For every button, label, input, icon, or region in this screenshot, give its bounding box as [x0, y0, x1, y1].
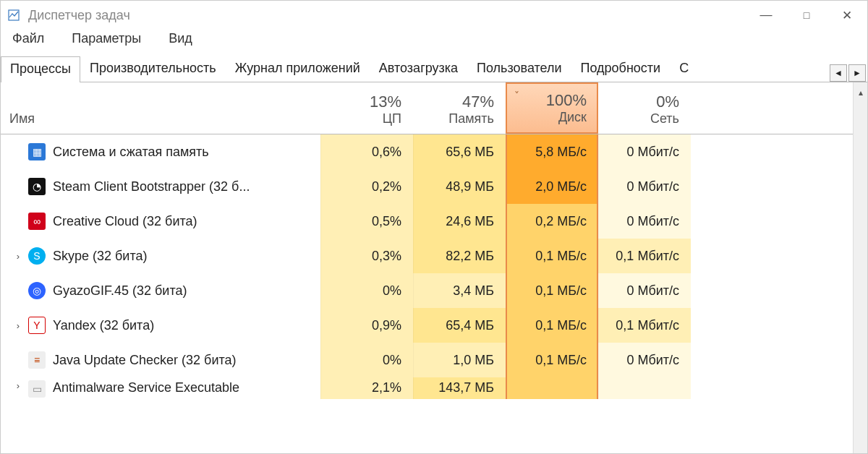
cell-memory: 3,4 МБ [413, 273, 506, 308]
cell-memory: 65,4 МБ [413, 308, 506, 343]
table-row[interactable]: ›≡Java Update Checker (32 бита)0%1,0 МБ0… [1, 343, 853, 377]
cell-cpu: 0,2% [320, 169, 413, 204]
cell-cpu: 0,9% [320, 308, 413, 343]
process-table: Имя 13% ЦП 47% Память ˅ 100% Диск 0% Сет… [1, 82, 853, 453]
tab-app-history[interactable]: Журнал приложений [226, 56, 370, 82]
cell-network: 0,1 Мбит/с [598, 308, 691, 343]
steam-icon: ◔ [28, 178, 46, 195]
process-name-label: Skype (32 бита) [53, 249, 147, 264]
process-name-label: GyazoGIF.45 (32 бита) [53, 283, 187, 299]
table-row[interactable]: ›SSkype (32 бита)0,3%82,2 МБ0,1 МБ/с0,1 … [1, 239, 853, 273]
tab-services-cut[interactable]: С [670, 56, 692, 82]
col-memory[interactable]: 47% Память [413, 82, 506, 134]
titlebar[interactable]: Диспетчер задач — □ ✕ [1, 1, 867, 30]
process-name-label: Antimalware Service Executable [53, 380, 239, 395]
process-name-label: Java Update Checker (32 бита) [53, 353, 237, 368]
cell-memory: 82,2 МБ [413, 239, 506, 273]
cell-memory: 24,6 МБ [413, 204, 506, 239]
cell-disk: 0,1 МБ/с [506, 273, 598, 308]
table-row[interactable]: ›▦Система и сжатая память0,6%65,6 МБ5,8 … [1, 134, 853, 169]
yandex-icon: Y [28, 317, 46, 334]
menu-params[interactable]: Параметры [69, 30, 144, 48]
cell-cpu: 0% [320, 343, 413, 377]
cell-process-name: ›▦Система и сжатая память [1, 134, 320, 169]
cell-network: 0 Мбит/с [598, 343, 691, 377]
cell-network: 0 Мбит/с [598, 273, 691, 308]
task-manager-window: Диспетчер задач — □ ✕ Файл Параметры Вид… [0, 0, 868, 454]
tab-scroll-right[interactable]: ► [848, 64, 866, 82]
process-name-label: Steam Client Bootstrapper (32 б... [53, 179, 250, 194]
cell-network [598, 377, 691, 399]
cell-network: 0 Мбит/с [598, 169, 691, 204]
cell-disk [506, 377, 598, 399]
maximize-button[interactable]: □ [786, 1, 827, 30]
cell-process-name: ›YYandex (32 бита) [1, 308, 320, 343]
scroll-up-icon[interactable]: ▴ [854, 85, 867, 100]
col-disk[interactable]: ˅ 100% Диск [506, 82, 598, 134]
table-row[interactable]: ›◔Steam Client Bootstrapper (32 б...0,2%… [1, 169, 853, 204]
minimize-button[interactable]: — [746, 1, 786, 30]
cell-cpu: 0,5% [320, 204, 413, 239]
cell-disk: 0,1 МБ/с [506, 239, 598, 273]
table-row[interactable]: ›◎GyazoGIF.45 (32 бита)0%3,4 МБ0,1 МБ/с0… [1, 273, 853, 308]
generic-icon: ▭ [28, 380, 46, 398]
cell-disk: 0,1 МБ/с [506, 308, 598, 343]
java-icon: ≡ [28, 351, 46, 369]
cell-disk: 2,0 МБ/с [506, 169, 598, 204]
tab-details[interactable]: Подробности [571, 56, 671, 82]
memory-icon: ▦ [28, 143, 46, 160]
process-rows: ›▦Система и сжатая память0,6%65,6 МБ5,8 … [1, 134, 853, 399]
table-row[interactable]: ›YYandex (32 бита)0,9%65,4 МБ0,1 МБ/с0,1… [1, 308, 853, 343]
tab-startup[interactable]: Автозагрузка [370, 56, 467, 82]
tab-users[interactable]: Пользователи [467, 56, 571, 82]
col-name[interactable]: Имя [1, 82, 320, 134]
cell-memory: 143,7 МБ [413, 377, 506, 399]
cell-network: 0 Мбит/с [598, 204, 691, 239]
cell-cpu: 0,6% [320, 134, 413, 169]
table-row[interactable]: ›▭Antimalware Service Executable2,1%143,… [1, 377, 853, 399]
close-button[interactable]: ✕ [827, 1, 867, 30]
menu-view[interactable]: Вид [166, 30, 195, 48]
skype-icon: S [28, 247, 46, 265]
expand-icon[interactable]: › [11, 320, 25, 331]
app-icon [7, 8, 21, 22]
process-name-label: Система и сжатая память [53, 145, 209, 160]
vertical-scrollbar[interactable]: ▴ [853, 82, 867, 453]
window-title: Диспетчер задач [28, 8, 746, 23]
sort-desc-icon: ˅ [514, 90, 519, 101]
cell-disk: 0,1 МБ/с [506, 343, 598, 377]
cell-cpu: 0,3% [320, 239, 413, 273]
tab-processes[interactable]: Процессы [1, 56, 80, 82]
menu-file[interactable]: Файл [9, 30, 47, 48]
expand-icon[interactable]: › [11, 251, 25, 262]
gyazo-icon: ◎ [28, 282, 46, 299]
cell-disk: 5,8 МБ/с [506, 134, 598, 169]
cell-process-name: ›∞Creative Cloud (32 бита) [1, 204, 320, 239]
tab-scroll-left[interactable]: ◄ [830, 64, 847, 82]
expand-icon[interactable]: › [11, 380, 25, 391]
cell-cpu: 0% [320, 273, 413, 308]
cell-process-name: ›◔Steam Client Bootstrapper (32 б... [1, 169, 320, 204]
cell-cpu: 2,1% [320, 377, 413, 399]
cell-process-name: ›▭Antimalware Service Executable [1, 377, 320, 399]
col-cpu[interactable]: 13% ЦП [320, 82, 413, 134]
cell-memory: 65,6 МБ [413, 134, 506, 169]
col-network[interactable]: 0% Сеть [598, 82, 691, 134]
adobe-cc-icon: ∞ [28, 213, 46, 230]
cell-memory: 48,9 МБ [413, 169, 506, 204]
cell-disk: 0,2 МБ/с [506, 204, 598, 239]
menubar: Файл Параметры Вид [1, 30, 867, 53]
cell-process-name: ›≡Java Update Checker (32 бита) [1, 343, 320, 377]
tab-scroll: ◄ ► [828, 64, 867, 82]
table-row[interactable]: ›∞Creative Cloud (32 бита)0,5%24,6 МБ0,2… [1, 204, 853, 239]
cell-process-name: ›SSkype (32 бита) [1, 239, 320, 273]
cell-network: 0,1 Мбит/с [598, 239, 691, 273]
process-name-label: Yandex (32 бита) [53, 318, 154, 333]
process-name-label: Creative Cloud (32 бита) [53, 214, 197, 229]
cell-process-name: ›◎GyazoGIF.45 (32 бита) [1, 273, 320, 308]
cell-memory: 1,0 МБ [413, 343, 506, 377]
cell-network: 0 Мбит/с [598, 134, 691, 169]
tab-performance[interactable]: Производительность [80, 56, 226, 82]
column-header: Имя 13% ЦП 47% Память ˅ 100% Диск 0% Сет… [1, 82, 853, 134]
tab-strip: Процессы Производительность Журнал прило… [1, 53, 867, 82]
